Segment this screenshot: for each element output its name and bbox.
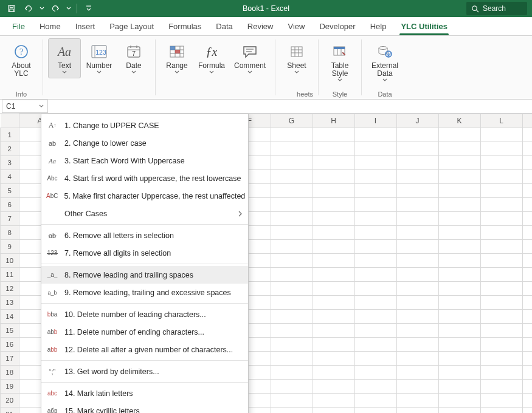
name-box[interactable]: C1: [2, 100, 48, 113]
cell[interactable]: [396, 296, 438, 310]
tab-developer[interactable]: Developer: [312, 18, 362, 35]
range-button[interactable]: Range: [161, 38, 193, 78]
tab-review[interactable]: Review: [240, 18, 281, 35]
cell[interactable]: [522, 324, 532, 338]
menu-sentence-case[interactable]: Abc4. Start first word with uppercase, t…: [41, 169, 248, 187]
column-header[interactable]: K: [438, 114, 480, 128]
cell[interactable]: [522, 408, 532, 414]
tab-ylc-utilities[interactable]: YLC Utilities: [393, 18, 455, 35]
cell[interactable]: [271, 240, 313, 254]
menu-mark-cyrillic[interactable]: абв15. Mark cyrillic letters: [41, 402, 248, 413]
comment-button[interactable]: Comment: [230, 38, 270, 78]
cell[interactable]: [396, 128, 438, 142]
cell[interactable]: [438, 310, 480, 324]
cell[interactable]: [313, 394, 354, 408]
redo-button[interactable]: [49, 2, 62, 15]
cell[interactable]: [396, 254, 438, 268]
cell[interactable]: [480, 380, 522, 394]
cell[interactable]: [480, 352, 522, 366]
cell[interactable]: [480, 338, 522, 352]
cell[interactable]: [438, 324, 480, 338]
cell[interactable]: [354, 212, 396, 226]
cell[interactable]: [438, 212, 480, 226]
menu-get-word[interactable]: “;”13. Get word by delimiters...: [41, 363, 248, 380]
cell[interactable]: [480, 184, 522, 198]
cell[interactable]: [271, 366, 313, 380]
cell[interactable]: [522, 240, 532, 254]
row-header[interactable]: 14: [1, 310, 19, 324]
row-header[interactable]: 5: [1, 184, 19, 198]
external-data-button[interactable]: External Data: [367, 38, 403, 83]
tab-data[interactable]: Data: [209, 18, 240, 35]
cell[interactable]: [354, 282, 396, 296]
cell[interactable]: [396, 268, 438, 282]
row-header[interactable]: 13: [1, 296, 19, 310]
cell[interactable]: [271, 212, 313, 226]
cell[interactable]: [271, 380, 313, 394]
menu-delete-ending[interactable]: abb11. Delete number of ending character…: [41, 323, 248, 341]
cell[interactable]: [480, 324, 522, 338]
cell[interactable]: [313, 198, 354, 212]
cell[interactable]: [396, 310, 438, 324]
cell[interactable]: [480, 408, 522, 414]
cell[interactable]: [438, 268, 480, 282]
row-header[interactable]: 18: [1, 366, 19, 380]
menu-trim-excessive[interactable]: a_b9. Remove leading, trailing and exces…: [41, 284, 248, 301]
cell[interactable]: [354, 310, 396, 324]
cell[interactable]: [438, 226, 480, 240]
cell[interactable]: [396, 282, 438, 296]
cell[interactable]: [313, 142, 354, 156]
formula-button[interactable]: ƒx Formula: [193, 38, 230, 78]
cell[interactable]: [480, 268, 522, 282]
cell[interactable]: [354, 296, 396, 310]
row-header[interactable]: 12: [1, 282, 19, 296]
tab-page-layout[interactable]: Page Layout: [102, 18, 161, 35]
about-ylc-button[interactable]: ? About YLC: [5, 38, 38, 78]
cell[interactable]: [438, 142, 480, 156]
cell[interactable]: [522, 254, 532, 268]
cell[interactable]: [438, 128, 480, 142]
row-header[interactable]: 1: [1, 128, 19, 142]
column-header[interactable]: H: [313, 114, 354, 128]
row-header[interactable]: 4: [1, 170, 19, 184]
menu-upper-case[interactable]: A↑1. Change to UPPER CASE: [41, 117, 248, 134]
cell[interactable]: [313, 310, 354, 324]
cell[interactable]: [354, 254, 396, 268]
cell[interactable]: [271, 184, 313, 198]
undo-more-icon[interactable]: [39, 2, 45, 15]
menu-delete-after[interactable]: abb12. Delete all after a given number o…: [41, 341, 248, 358]
cell[interactable]: [396, 366, 438, 380]
cell[interactable]: [438, 170, 480, 184]
cell[interactable]: [396, 352, 438, 366]
menu-mark-latin[interactable]: abc14. Mark latin letters: [41, 384, 248, 402]
row-header[interactable]: 8: [1, 226, 19, 240]
cell[interactable]: [522, 184, 532, 198]
cell[interactable]: [271, 338, 313, 352]
cell[interactable]: [438, 240, 480, 254]
cell[interactable]: [480, 128, 522, 142]
cell[interactable]: [438, 338, 480, 352]
cell[interactable]: [313, 324, 354, 338]
cell[interactable]: [522, 338, 532, 352]
cell[interactable]: [354, 240, 396, 254]
cell[interactable]: [480, 170, 522, 184]
cell[interactable]: [354, 184, 396, 198]
cell[interactable]: [522, 142, 532, 156]
cell[interactable]: [271, 324, 313, 338]
cell[interactable]: [480, 212, 522, 226]
table-style-button[interactable]: Table Style: [323, 38, 356, 83]
undo-button[interactable]: [22, 2, 35, 15]
cell[interactable]: [313, 268, 354, 282]
cell[interactable]: [480, 366, 522, 380]
cell[interactable]: [271, 352, 313, 366]
worksheet[interactable]: ABCDEFGHIJKLM 12345678910111213141516171…: [0, 114, 532, 413]
cell[interactable]: [271, 394, 313, 408]
cell[interactable]: [480, 198, 522, 212]
cell[interactable]: [313, 184, 354, 198]
cell[interactable]: [313, 282, 354, 296]
sheet-button[interactable]: Sheet: [280, 38, 313, 78]
cell[interactable]: [271, 156, 313, 170]
cell[interactable]: [313, 408, 354, 414]
cell[interactable]: [396, 324, 438, 338]
cell[interactable]: [438, 184, 480, 198]
